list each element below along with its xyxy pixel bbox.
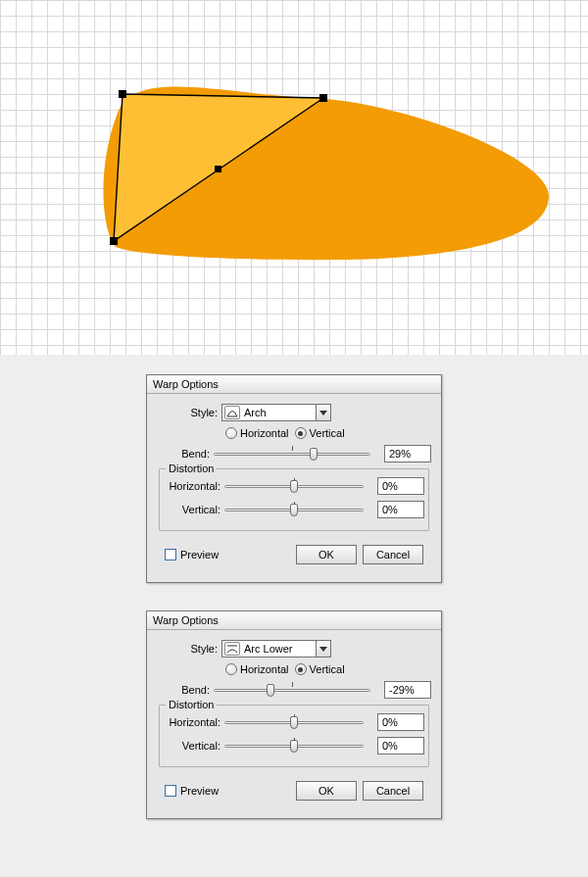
distortion-legend: Distortion <box>166 699 217 710</box>
ok-button[interactable]: OK <box>296 781 357 801</box>
dist-v-label: Vertical: <box>164 740 224 752</box>
svg-rect-1 <box>319 94 327 102</box>
checkbox-label: Preview <box>180 785 219 797</box>
cancel-button[interactable]: Cancel <box>363 781 423 801</box>
ok-button[interactable]: OK <box>296 545 357 564</box>
style-label: Style: <box>157 643 221 655</box>
radio-label: Horizontal <box>240 427 289 439</box>
warp-style-icon <box>224 642 240 656</box>
checkbox-label: Preview <box>180 549 219 560</box>
distortion-fieldset: Distortion Horizontal: Vertical: <box>159 705 429 767</box>
warp-options-dialog: Warp Options Style: Arch Horizontal Ver <box>146 374 442 583</box>
dialog-title: Warp Options <box>147 611 441 630</box>
dist-h-input[interactable] <box>377 713 424 731</box>
dist-v-slider[interactable] <box>224 502 364 517</box>
orientation-horizontal-radio[interactable]: Horizontal <box>225 663 289 675</box>
dist-h-label: Horizontal: <box>164 480 224 492</box>
dist-h-input[interactable] <box>377 477 424 495</box>
preview-checkbox[interactable]: Preview <box>165 549 219 560</box>
warp-options-dialog: Warp Options Style: Arc Lower Horizontal <box>146 610 442 819</box>
warp-style-icon <box>224 406 240 419</box>
bend-slider[interactable] <box>214 446 370 462</box>
dist-v-label: Vertical: <box>164 504 224 515</box>
dist-h-slider[interactable] <box>224 714 364 730</box>
orientation-horizontal-radio[interactable]: Horizontal <box>225 427 289 439</box>
orientation-vertical-radio[interactable]: Vertical <box>295 663 345 675</box>
svg-rect-2 <box>110 237 118 245</box>
artboard-canvas[interactable] <box>0 0 588 355</box>
dist-v-slider[interactable] <box>224 738 364 754</box>
dist-h-label: Horizontal: <box>164 716 224 728</box>
style-dropdown[interactable]: Arch <box>221 404 331 421</box>
cancel-button[interactable]: Cancel <box>363 545 423 564</box>
svg-rect-0 <box>119 90 126 98</box>
distortion-legend: Distortion <box>166 463 217 474</box>
style-label: Style: <box>157 407 221 418</box>
bend-label: Bend: <box>157 684 214 696</box>
bend-label: Bend: <box>157 448 214 460</box>
svg-rect-3 <box>215 166 221 172</box>
dialogs-container: Warp Options Style: Arch Horizontal Ver <box>0 355 588 872</box>
bend-slider[interactable] <box>214 682 370 698</box>
illustration <box>0 0 588 355</box>
orientation-vertical-radio[interactable]: Vertical <box>295 427 345 439</box>
bend-input[interactable] <box>384 681 431 699</box>
orientation-group: Horizontal Vertical <box>225 427 345 439</box>
radio-label: Horizontal <box>240 663 289 675</box>
radio-label: Vertical <box>310 427 345 439</box>
dist-h-slider[interactable] <box>224 478 364 494</box>
style-value: Arc Lower <box>243 643 316 655</box>
distortion-fieldset: Distortion Horizontal: Vertical: <box>159 468 429 531</box>
bend-input[interactable] <box>384 445 431 463</box>
radio-label: Vertical <box>310 663 345 675</box>
dist-v-input[interactable] <box>377 501 424 518</box>
style-dropdown[interactable]: Arc Lower <box>221 640 331 658</box>
dialog-title: Warp Options <box>147 375 441 394</box>
chevron-down-icon <box>316 641 330 657</box>
style-value: Arch <box>243 407 316 418</box>
chevron-down-icon <box>316 405 330 420</box>
dist-v-input[interactable] <box>377 737 424 755</box>
preview-checkbox[interactable]: Preview <box>165 785 219 797</box>
orientation-group: Horizontal Vertical <box>225 663 345 675</box>
